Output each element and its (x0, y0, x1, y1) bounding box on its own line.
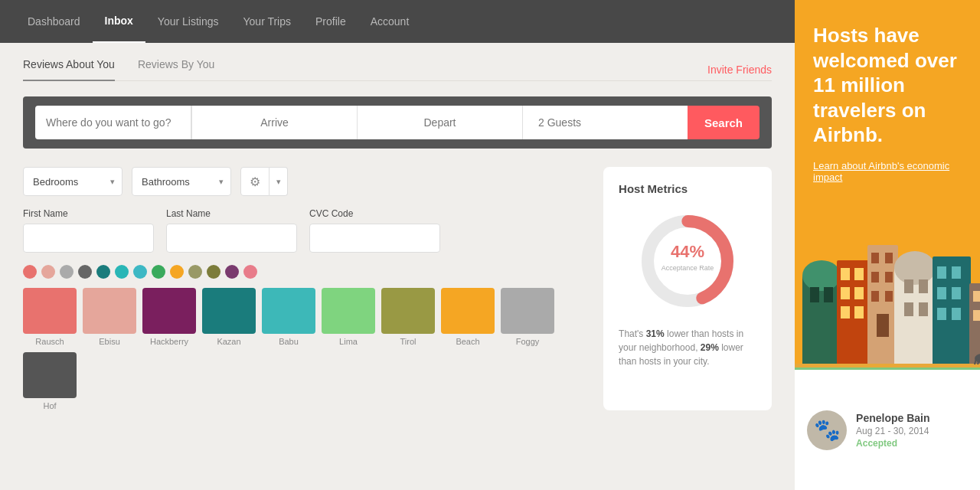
color-dot-kazan[interactable] (96, 265, 110, 279)
nav-inbox[interactable]: Inbox (93, 0, 145, 43)
first-name-input[interactable] (23, 224, 154, 253)
gear-dropdown-arrow[interactable]: ▾ (270, 167, 288, 196)
swatch-beach-color[interactable] (441, 288, 495, 334)
svg-rect-28 (919, 302, 928, 316)
svg-rect-25 (904, 279, 913, 293)
svg-rect-40 (973, 310, 980, 321)
swatch-foggy-label: Foggy (516, 337, 540, 346)
swatch-beach-label: Beach (456, 337, 479, 346)
search-bar: Search (23, 96, 772, 149)
color-dot-tirol[interactable] (188, 265, 202, 279)
svg-rect-42 (795, 364, 980, 368)
first-name-group: First Name (23, 208, 154, 253)
color-dot-olive[interactable] (207, 265, 220, 279)
invite-friends-link[interactable]: Invite Friends (707, 64, 772, 76)
filter-row: Bedrooms Bathrooms ⚙ ▾ (23, 167, 585, 196)
booking-status: Accepted (856, 438, 968, 449)
color-dot-dark-gray[interactable] (78, 265, 92, 279)
swatch-lima-label: Lima (339, 337, 358, 346)
svg-rect-10 (854, 268, 864, 280)
svg-rect-26 (919, 279, 928, 293)
color-dot-green[interactable] (152, 265, 165, 279)
svg-rect-6 (810, 287, 819, 302)
filters-section: Bedrooms Bathrooms ⚙ ▾ (23, 167, 585, 410)
swatch-beach: Beach (441, 288, 495, 346)
swatch-rausch: Rausch (23, 288, 77, 346)
metrics-title: Host Metrics (619, 182, 756, 195)
swatch-foggy-color[interactable] (501, 288, 554, 334)
nav-listings[interactable]: Your Listings (145, 0, 231, 43)
search-input[interactable] (35, 106, 191, 139)
last-name-input[interactable] (166, 224, 297, 253)
color-dot-teal[interactable] (115, 265, 129, 279)
swatch-hof-label: Hof (43, 401, 56, 410)
color-dot-ebisu[interactable] (41, 265, 55, 279)
color-dot-rausch[interactable] (23, 265, 37, 279)
svg-rect-27 (904, 302, 913, 316)
color-dot-pink[interactable] (243, 265, 257, 279)
bathrooms-select[interactable]: Bathrooms (132, 167, 231, 196)
swatch-ebisu-label: Ebisu (99, 337, 120, 346)
review-tabs: Reviews About You Reviews By You Invite … (23, 58, 772, 81)
svg-rect-11 (841, 287, 850, 299)
swatch-tirol: Tirol (381, 288, 435, 346)
svg-rect-13 (841, 306, 850, 318)
nav-trips[interactable]: Your Trips (231, 0, 304, 43)
svg-rect-34 (937, 308, 946, 320)
swatch-hackberry-label: Hackberry (150, 337, 188, 346)
bathrooms-wrapper: Bathrooms (132, 167, 231, 196)
booking-card: 🐾 Penelope Bain Aug 21 - 30, 2014 Accept… (795, 368, 980, 490)
booking-dates: Aug 21 - 30, 2014 (856, 426, 968, 436)
booking-info: Penelope Bain Aug 21 - 30, 2014 Accepted (856, 412, 968, 449)
swatch-lima-color[interactable] (322, 288, 375, 334)
bedrooms-wrapper: Bedrooms (23, 167, 122, 196)
nav-profile[interactable]: Profile (303, 0, 358, 43)
color-dot-babu[interactable] (133, 265, 147, 279)
tab-reviews-by-you[interactable]: Reviews By You (138, 58, 214, 81)
swatch-tirol-color[interactable] (381, 288, 435, 334)
svg-rect-19 (885, 272, 893, 283)
svg-rect-33 (952, 287, 961, 299)
bedrooms-select[interactable]: Bedrooms (23, 167, 122, 196)
swatch-kazan-color[interactable] (202, 288, 256, 334)
swatch-rausch-color[interactable] (23, 288, 77, 334)
svg-rect-17 (885, 253, 893, 263)
booking-name: Penelope Bain (856, 412, 968, 424)
promo-link[interactable]: Learn about Airbnb's economic impact (813, 160, 962, 183)
svg-rect-14 (854, 306, 864, 318)
color-dot-beach[interactable] (170, 265, 184, 279)
svg-rect-37 (973, 291, 980, 302)
donut-chart: 44% Acceptance Rate (619, 207, 756, 315)
swatch-lima: Lima (322, 288, 375, 346)
host-metrics-card: Host Metrics 44% Acceptance Rate That's … (603, 167, 772, 410)
nav-dashboard[interactable]: Dashboard (15, 0, 93, 43)
arrive-input[interactable] (191, 106, 357, 139)
swatch-ebisu-color[interactable] (83, 288, 136, 334)
swatch-babu-label: Babu (279, 337, 299, 346)
color-dot-gray[interactable] (60, 265, 74, 279)
svg-rect-7 (824, 287, 833, 302)
swatch-hackberry-color[interactable] (142, 288, 196, 334)
gear-button[interactable]: ⚙ (240, 167, 270, 196)
svg-rect-30 (937, 266, 946, 279)
depart-input[interactable] (358, 106, 522, 139)
svg-rect-35 (952, 308, 961, 320)
city-illustration (795, 214, 980, 368)
swatch-kazan-label: Kazan (217, 337, 240, 346)
swatch-ebisu: Ebisu (83, 288, 136, 346)
swatch-tirol-label: Tirol (400, 337, 416, 346)
svg-point-24 (894, 251, 936, 285)
search-button[interactable]: Search (688, 106, 760, 139)
guests-input[interactable] (523, 106, 688, 139)
svg-point-5 (802, 260, 841, 291)
cvc-input[interactable] (309, 224, 440, 253)
nav-account[interactable]: Account (358, 0, 422, 43)
swatch-rausch-label: Rausch (35, 337, 64, 346)
svg-rect-12 (854, 287, 864, 299)
tab-reviews-about-you[interactable]: Reviews About You (23, 58, 115, 81)
last-name-group: Last Name (166, 208, 297, 253)
swatch-hof-color[interactable] (23, 352, 77, 398)
color-dots-row (23, 265, 585, 279)
color-dot-hackberry[interactable] (225, 265, 239, 279)
swatch-babu-color[interactable] (262, 288, 315, 334)
